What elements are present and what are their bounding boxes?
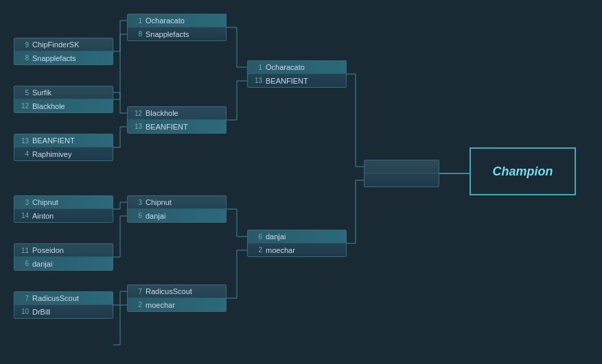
r4m1-entry1 bbox=[364, 160, 439, 173]
r1m3-entry2: 4 Raphimivey bbox=[14, 147, 113, 160]
r1m2-entry1: 5 Surfik bbox=[14, 86, 113, 99]
r3m2-entry1: 6 danjai bbox=[248, 230, 346, 243]
champion-box: Champion bbox=[470, 147, 576, 195]
r2m4-entry1: 7 RadicusScout bbox=[128, 285, 226, 298]
r2m1-entry2: 8 Snapplefacts bbox=[128, 27, 226, 40]
r1m5-entry2: 6 danjai bbox=[14, 257, 113, 270]
r1m2: 5 Surfik 12 Blackhole bbox=[14, 86, 113, 113]
r2m1-entry1: 1 Ocharacato bbox=[128, 14, 226, 27]
r1m3: 13 BEANFIENT 4 Raphimivey bbox=[14, 134, 113, 161]
r1m2-entry2: 12 Blackhole bbox=[14, 99, 113, 112]
bracket-container: 9 ChipFinderSK 8 Snapplefacts 5 Surfik 1… bbox=[0, 0, 602, 364]
r3m2-entry2: 2 moechar bbox=[248, 243, 346, 256]
r4m1-entry2 bbox=[364, 173, 439, 186]
r3m2: 6 danjai 2 moechar bbox=[247, 230, 347, 257]
r3m1: 1 Ocharacato 13 BEANFIENT bbox=[247, 60, 347, 88]
r4m1 bbox=[364, 160, 439, 187]
r2m4: 7 RadicusScout 2 moechar bbox=[127, 284, 227, 312]
r3m1-entry1: 1 Ocharacato bbox=[248, 61, 346, 74]
r1m6-entry2: 10 DrBill bbox=[14, 305, 113, 318]
r2m1: 1 Ocharacato 8 Snapplefacts bbox=[127, 14, 227, 41]
r1m1-entry2: 8 Snapplefacts bbox=[14, 51, 113, 64]
r1m4: 3 Chipnut 14 Ainton bbox=[14, 195, 113, 223]
champion-label: Champion bbox=[493, 165, 553, 179]
r2m2-entry1: 12 Blackhole bbox=[128, 107, 226, 120]
r2m3: 3 Chipnut 6 danjai bbox=[127, 195, 227, 223]
r1m4-entry1: 3 Chipnut bbox=[14, 196, 113, 209]
r1m1: 9 ChipFinderSK 8 Snapplefacts bbox=[14, 38, 113, 65]
r1m6: 7 RadicusScout 10 DrBill bbox=[14, 291, 113, 319]
r1m3-entry1: 13 BEANFIENT bbox=[14, 134, 113, 147]
r2m2-entry2: 13 BEANFIENT bbox=[128, 120, 226, 133]
r2m2: 12 Blackhole 13 BEANFIENT bbox=[127, 106, 227, 134]
r1m5: 11 Poseidon 6 danjai bbox=[14, 243, 113, 271]
r1m1-entry1: 9 ChipFinderSK bbox=[14, 38, 113, 51]
r1m4-entry2: 14 Ainton bbox=[14, 209, 113, 222]
r1m5-entry1: 11 Poseidon bbox=[14, 244, 113, 257]
r2m3-entry1: 3 Chipnut bbox=[128, 196, 226, 209]
r3m1-entry2: 13 BEANFIENT bbox=[248, 74, 346, 87]
r2m4-entry2: 2 moechar bbox=[128, 298, 226, 311]
r1m6-entry1: 7 RadicusScout bbox=[14, 292, 113, 305]
r2m3-entry2: 6 danjai bbox=[128, 209, 226, 222]
